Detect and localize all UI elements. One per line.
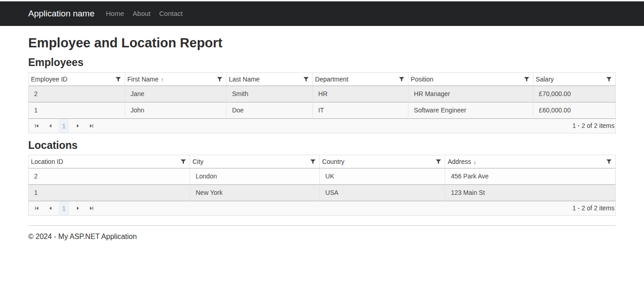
- prev-page-button[interactable]: [45, 201, 55, 215]
- column-header-city[interactable]: City: [190, 155, 320, 168]
- nav-link-about[interactable]: About: [133, 10, 151, 17]
- column-label: Department: [315, 76, 348, 83]
- table-row[interactable]: 2 Jane Smith HR HR Manager £70,000.00: [29, 86, 615, 102]
- column-header-employee-id[interactable]: Employee ID: [29, 73, 125, 86]
- nav-link-contact[interactable]: Contact: [159, 10, 183, 17]
- column-label: City: [192, 158, 203, 165]
- filter-icon[interactable]: [310, 158, 316, 165]
- cell-country: UK: [320, 168, 445, 184]
- cell-first-name: Jane: [125, 86, 226, 102]
- cell-salary: £70,000.00: [533, 86, 615, 102]
- column-label: Salary: [536, 76, 554, 83]
- cell-last-name: Smith: [226, 86, 313, 102]
- app-brand-link[interactable]: Application name: [28, 9, 95, 19]
- column-header-location-id[interactable]: Location ID: [29, 155, 190, 168]
- cell-employee-id: 1: [29, 102, 125, 118]
- filter-icon[interactable]: [435, 158, 442, 165]
- prev-page-button[interactable]: [45, 119, 55, 133]
- table-row[interactable]: 2 London UK 456 Park Ave: [29, 168, 615, 184]
- filter-icon[interactable]: [398, 76, 405, 82]
- employees-header-row: Employee ID First Name↑ Last Name Depart…: [29, 73, 615, 86]
- current-page-button[interactable]: 1: [59, 201, 69, 215]
- current-page-button[interactable]: 1: [59, 119, 69, 133]
- locations-grid: Location ID City Country Address↓: [28, 155, 616, 216]
- cell-city: London: [190, 168, 320, 184]
- cell-last-name: Doe: [226, 102, 313, 118]
- filter-icon[interactable]: [216, 76, 223, 82]
- column-label: Employee ID: [31, 76, 67, 83]
- cell-department: IT: [312, 102, 408, 118]
- employees-section-heading: Employees: [28, 56, 616, 69]
- locations-section-heading: Locations: [28, 139, 616, 152]
- column-header-position[interactable]: Position: [408, 73, 533, 86]
- column-label: Address: [448, 158, 471, 165]
- column-header-address[interactable]: Address↓: [445, 155, 615, 168]
- filter-icon[interactable]: [303, 76, 309, 82]
- last-page-button[interactable]: [86, 201, 96, 215]
- cell-salary: £60,000.00: [533, 102, 615, 118]
- sort-asc-indicator: ↑: [161, 76, 164, 83]
- employees-pager: 1 1 - 2 of 2 items: [29, 119, 615, 133]
- column-label: Location ID: [31, 158, 63, 165]
- cell-department: HR: [312, 86, 408, 102]
- first-page-button[interactable]: [31, 119, 41, 133]
- column-header-last-name[interactable]: Last Name: [226, 73, 313, 86]
- sort-desc-indicator: ↓: [473, 158, 477, 165]
- cell-city: New York: [190, 184, 320, 201]
- locations-pager: 1 1 - 2 of 2 items: [29, 201, 615, 215]
- cell-location-id: 1: [29, 184, 190, 201]
- column-header-first-name[interactable]: First Name↑: [125, 73, 226, 86]
- cell-employee-id: 2: [29, 86, 125, 102]
- copyright-text: © 2024 - My ASP.NET Application: [28, 233, 616, 241]
- pager-info: 1 - 2 of 2 items: [572, 201, 614, 215]
- footer: © 2024 - My ASP.NET Application: [28, 233, 616, 241]
- nav-links: Home About Contact: [106, 10, 183, 18]
- column-label: Country: [322, 158, 344, 165]
- cell-address: 123 Main St: [445, 184, 615, 201]
- nav-link-home[interactable]: Home: [106, 10, 124, 17]
- column-label: First Name: [127, 76, 158, 83]
- cell-position: Software Engineer: [408, 102, 533, 118]
- filter-icon[interactable]: [606, 76, 612, 82]
- next-page-button[interactable]: [73, 119, 83, 133]
- pager-info: 1 - 2 of 2 items: [572, 119, 614, 133]
- filter-icon[interactable]: [606, 158, 612, 165]
- cell-country: USA: [320, 184, 445, 201]
- last-page-button[interactable]: [86, 119, 96, 133]
- cell-first-name: John: [125, 102, 226, 118]
- employees-grid: Employee ID First Name↑ Last Name Depart…: [28, 72, 616, 133]
- column-label: Position: [411, 76, 433, 83]
- next-page-button[interactable]: [73, 201, 83, 215]
- column-header-country[interactable]: Country: [320, 155, 445, 168]
- navbar: Application name Home About Contact: [0, 1, 644, 26]
- cell-address: 456 Park Ave: [445, 168, 615, 184]
- locations-header-row: Location ID City Country Address↓: [29, 155, 615, 168]
- footer-divider: [28, 225, 616, 226]
- column-label: Last Name: [229, 76, 260, 83]
- filter-icon[interactable]: [115, 76, 121, 82]
- table-row[interactable]: 1 New York USA 123 Main St: [29, 184, 615, 201]
- page-title: Employee and Location Report: [28, 36, 616, 51]
- filter-icon[interactable]: [523, 76, 530, 82]
- cell-location-id: 2: [29, 168, 190, 184]
- cell-position: HR Manager: [408, 86, 533, 102]
- column-header-salary[interactable]: Salary: [533, 73, 615, 86]
- column-header-department[interactable]: Department: [312, 73, 408, 86]
- first-page-button[interactable]: [31, 201, 41, 215]
- filter-icon[interactable]: [180, 158, 186, 165]
- table-row[interactable]: 1 John Doe IT Software Engineer £60,000.…: [29, 102, 615, 118]
